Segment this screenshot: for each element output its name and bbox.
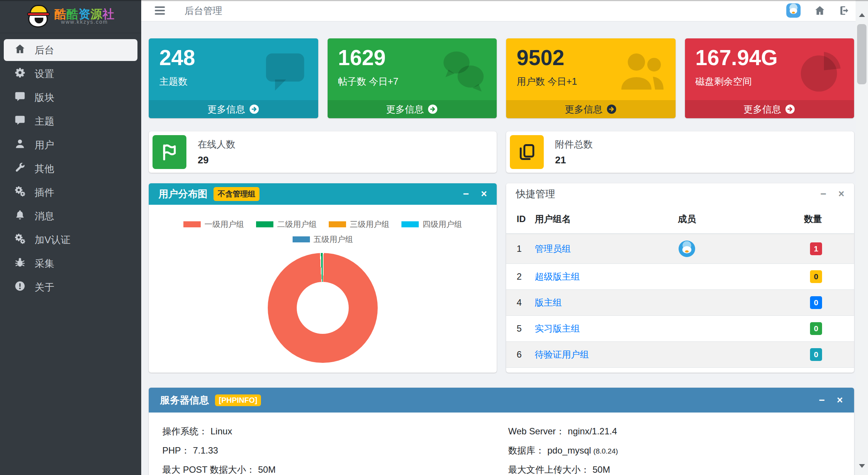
close-icon[interactable]: ×	[481, 189, 487, 199]
quick-manage-card: 快捷管理 − × ID 用户组名 成员 数量	[506, 183, 854, 373]
close-icon[interactable]: ×	[838, 189, 844, 199]
server-info-value: nginx/1.21.4	[568, 426, 617, 437]
page-title: 后台管理	[185, 5, 222, 17]
stat-value: 248	[159, 47, 308, 69]
server-info-value: Linux	[211, 426, 232, 437]
scrollbar[interactable]	[856, 0, 868, 475]
sidebar-item-other[interactable]: 其他	[4, 158, 137, 180]
more-info-link[interactable]: 更多信息	[506, 100, 676, 118]
more-info-link[interactable]: 更多信息	[328, 100, 497, 118]
chart-card-header: 用户分布图 不含管理组 − ×	[149, 183, 497, 205]
stat-value: 1629	[338, 47, 487, 69]
server-info-row: 操作系统： Linux	[162, 425, 508, 437]
sidebar-item-about[interactable]: 关于	[4, 276, 137, 298]
sidebar-item-verify[interactable]: 加V认证	[4, 229, 137, 251]
logo-subtext: www.kkzys.com	[61, 19, 108, 25]
quick-manage-title: 快捷管理	[516, 187, 555, 201]
scroll-down-icon[interactable]	[856, 458, 868, 473]
sidebar-item-label: 消息	[35, 210, 54, 223]
column-header-id: ID	[506, 205, 529, 234]
phpinfo-badge[interactable]: [PHPINFO]	[215, 394, 261, 406]
stat-card-topics: 248 主题数 更多信息	[149, 38, 318, 118]
legend-item[interactable]: 一级用户组	[183, 219, 244, 230]
bug-icon	[14, 257, 26, 271]
server-info-card: 服务器信息 [PHPINFO] − × 操作系统： Linux	[149, 388, 854, 475]
stat-card-disk: 167.94G 磁盘剩余空间 更多信息	[685, 38, 854, 118]
info-box-value: 29	[198, 154, 235, 166]
chart-legend: 一级用户组二级用户组三级用户组四级用户组五级用户组	[176, 205, 470, 245]
sidebar-item-forums[interactable]: 版块	[4, 87, 137, 108]
chart-body: 一级用户组二级用户组三级用户组四级用户组五级用户组	[149, 205, 497, 373]
group-link[interactable]: 待验证用户组	[535, 349, 589, 359]
legend-item[interactable]: 二级用户组	[256, 219, 317, 230]
user-avatar[interactable]	[786, 3, 801, 18]
stat-value: 9502	[517, 47, 665, 69]
count-badge: 1	[810, 242, 822, 255]
group-link[interactable]: 超级版主组	[535, 271, 580, 282]
sidebar-item-topics[interactable]: 主题	[4, 110, 137, 132]
brand-logo[interactable]: 酷酷资源社 www.kkzys.com	[0, 0, 141, 33]
donut-chart	[268, 253, 378, 363]
hamburger-menu-icon[interactable]	[153, 4, 167, 17]
info-box-value: 21	[555, 154, 593, 166]
flag-icon	[153, 135, 186, 169]
sidebar-item-label: 加V认证	[35, 233, 70, 247]
more-info-link[interactable]: 更多信息	[685, 100, 854, 118]
arrow-circle-right-icon	[427, 104, 438, 114]
group-link[interactable]: 版主组	[535, 297, 562, 308]
scroll-up-icon[interactable]	[856, 8, 868, 23]
sidebar: 酷酷资源社 www.kkzys.com 后台 设置 版块 主题 用户 其他	[0, 0, 141, 475]
sidebar-item-label: 后台	[35, 44, 54, 57]
table-row: 7 关禁闭组 0	[506, 368, 854, 373]
legend-item[interactable]: 三级用户组	[329, 219, 389, 230]
member-avatar[interactable]	[679, 241, 695, 257]
legend-swatch	[256, 221, 273, 227]
comment-icon	[14, 91, 26, 105]
info-box-label: 在线人数	[198, 138, 235, 151]
server-info-row: PHP： 7.1.33	[162, 445, 508, 457]
server-info-value: pdo_mysql	[548, 445, 591, 456]
sidebar-item-collect[interactable]: 采集	[4, 253, 137, 274]
sign-out-icon[interactable]	[839, 5, 850, 16]
sidebar-item-dashboard[interactable]: 后台	[4, 39, 137, 61]
info-box-online: 在线人数 29	[149, 131, 497, 173]
sidebar-item-plugins[interactable]: 插件	[4, 181, 137, 203]
legend-item[interactable]: 五级用户组	[293, 234, 353, 245]
scrollbar-thumb[interactable]	[857, 24, 866, 84]
more-info-link[interactable]: 更多信息	[149, 100, 318, 118]
count-badge: 0	[810, 322, 822, 335]
minimize-icon[interactable]: −	[820, 189, 826, 199]
sidebar-item-label: 版块	[35, 91, 54, 104]
user-distribution-card: 用户分布图 不含管理组 − × 一级用户组二级用户组三级用户组四级用户组五级用户…	[149, 183, 497, 373]
close-icon[interactable]: ×	[837, 395, 843, 405]
table-row: 4 版主组 0	[506, 290, 854, 316]
info-box-attachments: 附件总数 21	[506, 131, 854, 173]
info-boxes-row: 在线人数 29 附件总数 21	[149, 131, 854, 173]
server-info-left-column: 操作系统： Linux PHP： 7.1.33 最大 POST 数据大小：	[162, 425, 508, 475]
legend-item[interactable]: 四级用户组	[401, 219, 462, 230]
minimize-icon[interactable]: −	[463, 189, 469, 199]
stat-card-posts: 1629 帖子数 今日+7 更多信息	[328, 38, 497, 118]
sidebar-item-label: 主题	[35, 115, 54, 128]
group-link[interactable]: 实习版主组	[535, 323, 580, 333]
minimize-icon[interactable]: −	[819, 395, 825, 405]
server-info-label: 操作系统：	[162, 425, 207, 437]
sidebar-item-label: 用户	[35, 139, 54, 152]
user-groups-table: ID 用户组名 成员 数量 1 管理员组 1	[506, 205, 854, 373]
sidebar-item-settings[interactable]: 设置	[4, 63, 137, 85]
sidebar-item-users[interactable]: 用户	[4, 134, 137, 156]
table-row: 2 超级版主组 0	[506, 264, 854, 290]
count-badge: 0	[810, 270, 822, 283]
sidebar-item-label: 设置	[35, 67, 54, 81]
home-icon[interactable]	[814, 5, 825, 16]
legend-label: 五级用户组	[314, 234, 353, 245]
legend-label: 一级用户组	[204, 219, 244, 230]
main-content: 248 主题数 更多信息 1629 帖子数 今日+7 更多信息	[141, 21, 856, 475]
server-info-label: 最大文件上传大小：	[508, 464, 590, 475]
table-row: 5 实习版主组 0	[506, 316, 854, 342]
server-info-value: 7.1.33	[193, 445, 218, 456]
user-icon	[14, 138, 26, 152]
sidebar-item-messages[interactable]: 消息	[4, 205, 137, 227]
group-link[interactable]: 管理员组	[535, 244, 571, 254]
server-info-row: 最大文件上传大小： 50M	[508, 464, 854, 475]
